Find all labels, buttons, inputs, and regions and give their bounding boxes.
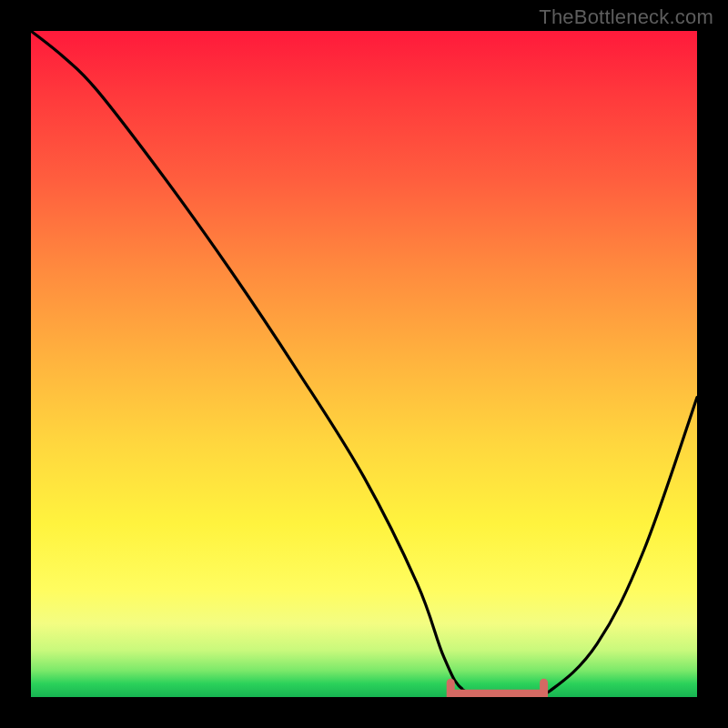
- chart-frame: TheBottleneck.com: [0, 0, 728, 728]
- bottleneck-curve: [31, 31, 697, 697]
- flat-region-marker: [450, 682, 543, 693]
- curve-path: [31, 31, 697, 697]
- plot-area: [31, 31, 697, 697]
- watermark-text: TheBottleneck.com: [539, 5, 713, 29]
